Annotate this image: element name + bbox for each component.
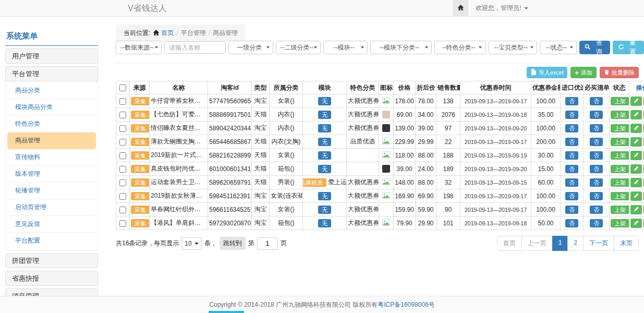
jump-button[interactable]: 跳转到 <box>220 237 246 250</box>
cell-actions <box>629 162 644 176</box>
status-badge[interactable]: 上架 <box>611 192 629 200</box>
sidebar-item-商品管理[interactable]: 商品管理 <box>7 133 96 149</box>
sidebar-group-4[interactable]: 省惠快报 <box>5 271 98 286</box>
import-select-toggle[interactable]: 否 <box>565 219 578 227</box>
import-select-toggle[interactable]: 否 <box>565 97 578 105</box>
level1-category-select[interactable]: 一级分类 <box>228 41 273 54</box>
module-select[interactable]: --模块-- <box>323 41 367 54</box>
must-buy-toggle[interactable]: 否 <box>590 111 603 119</box>
status-select[interactable]: --状态-- <box>540 41 577 54</box>
jump-page-input[interactable] <box>257 237 278 250</box>
pager-1[interactable]: 1 <box>552 236 568 251</box>
status-badge[interactable]: 上架 <box>611 206 629 214</box>
import-excel-button[interactable]: 导入excel <box>527 67 568 78</box>
must-buy-toggle[interactable]: 否 <box>590 97 603 105</box>
edit-button[interactable] <box>630 191 642 201</box>
pager-首页: 首页 <box>497 236 522 251</box>
status-badge[interactable]: 上架 <box>611 124 629 133</box>
icp-link[interactable]: 粤ICP备16098006号 <box>378 300 434 309</box>
cell-category: 箱包() <box>270 216 303 230</box>
page-size-select[interactable]: 10 <box>181 237 201 250</box>
row-checkbox[interactable] <box>119 112 126 118</box>
sidebar-item-平台配置[interactable]: 平台配置 <box>7 233 96 249</box>
sidebar-group-3[interactable]: 拼团管理 <box>5 253 98 268</box>
breadcrumb-item-goods[interactable]: 商品管理 <box>213 29 238 38</box>
row-checkbox[interactable] <box>119 125 126 132</box>
edit-button[interactable] <box>630 110 642 119</box>
cell-type: 天猫 <box>252 135 270 149</box>
sidebar-item-轮播管理[interactable]: 轮播管理 <box>7 183 96 199</box>
import-select-toggle[interactable]: 否 <box>565 206 578 214</box>
must-buy-toggle[interactable]: 否 <box>590 192 603 200</box>
cell-feature-category <box>347 162 379 176</box>
reset-button[interactable]: 重置 <box>613 41 644 54</box>
batch-delete-button[interactable]: 批量删除 <box>600 67 639 78</box>
edit-button[interactable] <box>630 137 642 147</box>
status-badge[interactable]: 上架 <box>611 151 629 160</box>
import-select-toggle[interactable]: 否 <box>565 165 578 173</box>
row-checkbox[interactable] <box>119 152 126 159</box>
row-checkbox[interactable] <box>119 193 126 200</box>
add-button[interactable]: + 添加 <box>570 67 597 78</box>
must-buy-toggle[interactable]: 否 <box>590 124 603 133</box>
row-checkbox[interactable] <box>119 139 126 146</box>
home-button[interactable] <box>453 0 468 16</box>
import-select-toggle[interactable]: 否 <box>565 151 578 160</box>
edit-icon <box>634 206 639 213</box>
status-badge[interactable]: 上架 <box>611 111 629 119</box>
edit-button[interactable] <box>630 205 642 214</box>
select-all-checkbox[interactable] <box>119 85 126 91</box>
import-select-toggle[interactable]: 否 <box>565 111 578 119</box>
edit-button[interactable] <box>630 97 642 106</box>
name-input[interactable] <box>164 41 226 54</box>
import-select-toggle[interactable]: 否 <box>565 192 578 200</box>
must-buy-toggle[interactable]: 否 <box>590 206 603 214</box>
status-badge[interactable]: 上架 <box>611 97 629 105</box>
breadcrumb-home-link[interactable]: 首页 <box>153 29 174 38</box>
must-buy-toggle[interactable]: 否 <box>590 138 603 146</box>
must-buy-toggle[interactable]: 否 <box>590 219 603 227</box>
sidebar-item-启动页管理[interactable]: 启动页管理 <box>7 199 96 216</box>
item-type-select[interactable]: --宝贝类型-- <box>489 41 537 54</box>
user-menu[interactable]: 欢迎您，管理员! <box>468 0 536 16</box>
edit-button[interactable] <box>630 178 642 187</box>
sidebar-group-2[interactable]: 平台管理 <box>5 66 98 81</box>
breadcrumb-item-platform[interactable]: 平台管理 <box>181 29 206 38</box>
row-checkbox[interactable] <box>119 166 126 173</box>
status-badge[interactable]: 上架 <box>611 219 629 227</box>
sidebar-item-宣传物料[interactable]: 宣传物料 <box>7 149 96 166</box>
edit-button[interactable] <box>630 219 642 228</box>
must-buy-toggle[interactable]: 否 <box>590 151 603 160</box>
import-select-toggle[interactable]: 否 <box>565 124 578 133</box>
status-badge[interactable]: 上架 <box>611 178 629 187</box>
pager-2[interactable]: 2 <box>567 236 584 251</box>
must-buy-toggle[interactable]: 否 <box>590 165 603 173</box>
sidebar-item-版本管理[interactable]: 版本管理 <box>7 166 96 183</box>
sidebar-item-商品分类[interactable]: 商品分类 <box>7 82 96 99</box>
row-checkbox[interactable] <box>119 179 126 186</box>
row-checkbox[interactable] <box>119 220 126 227</box>
pager-末页[interactable]: 末页 <box>614 236 639 251</box>
feature-category-select[interactable]: --特色分类-- <box>434 41 485 54</box>
row-checkbox[interactable] <box>119 207 126 213</box>
query-button[interactable]: 查询 <box>579 41 611 54</box>
data-source-select[interactable]: --数据来源-- <box>116 41 162 54</box>
must-buy-toggle[interactable]: 否 <box>590 178 603 187</box>
cell-coupon-time: 2019-09-13—2019-09-17 <box>460 94 531 108</box>
status-badge[interactable]: 上架 <box>611 138 629 146</box>
import-select-toggle[interactable]: 否 <box>565 178 578 187</box>
edit-button[interactable] <box>630 124 642 133</box>
sidebar-item-特色分类[interactable]: 特色分类 <box>7 116 96 133</box>
row-checkbox[interactable] <box>119 98 126 105</box>
status-badge[interactable]: 上架 <box>611 165 629 173</box>
sidebar-item-模块商品分类[interactable]: 模块商品分类 <box>7 99 96 116</box>
sidebar-group-1[interactable]: 用户管理 <box>5 49 98 64</box>
cell-price: 139.00 <box>394 122 416 135</box>
edit-button[interactable] <box>630 151 642 160</box>
edit-button[interactable] <box>630 164 642 174</box>
level2-category-select[interactable]: --二级分类-- <box>276 41 321 54</box>
import-select-toggle[interactable]: 否 <box>565 138 578 146</box>
sidebar-item-意见反馈[interactable]: 意见反馈 <box>7 216 96 233</box>
module-subcategory-select[interactable]: --模块下分类-- <box>370 41 432 54</box>
pager-下一页[interactable]: 下一页 <box>583 236 614 251</box>
